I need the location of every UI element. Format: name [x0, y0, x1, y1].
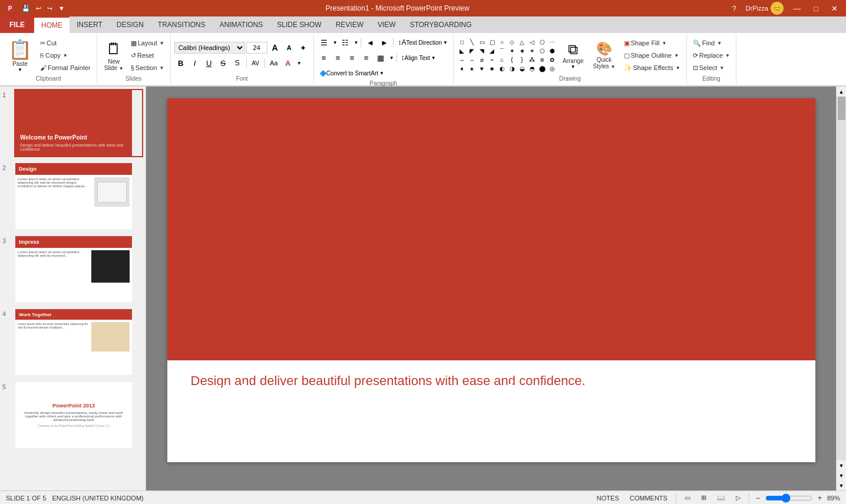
tab-storyboarding[interactable]: STORYBOARDING	[403, 16, 479, 33]
scroll-thumb[interactable]	[838, 97, 845, 120]
view-normal-btn[interactable]: ▭	[681, 494, 694, 502]
shape-s8[interactable]: ⁂	[527, 56, 537, 64]
shape-s2[interactable]: ⌢	[467, 56, 477, 64]
redo-btn[interactable]: ↪	[45, 4, 54, 14]
shape-s4[interactable]: ⌁	[487, 56, 497, 64]
char-spacing-btn[interactable]: AV	[249, 57, 262, 69]
shape-arr1[interactable]: ◣	[457, 47, 467, 55]
shape-rect2[interactable]: ▭	[477, 38, 487, 47]
scroll-down-btn-1[interactable]: ▼	[837, 460, 847, 470]
shape-t6[interactable]: ◑	[507, 65, 517, 73]
align-right-btn[interactable]: ≡	[346, 52, 359, 64]
clear-formatting-btn[interactable]: ✦	[297, 42, 310, 54]
shape-curve[interactable]: ⌒	[497, 47, 507, 55]
arrange-button[interactable]: ⧉ Arrange ▼	[559, 35, 587, 75]
columns-btn[interactable]: ▦	[374, 52, 387, 64]
shape-t4[interactable]: ♣	[487, 65, 497, 73]
cut-button[interactable]: ✂ Cut	[38, 37, 93, 49]
format-painter-button[interactable]: 🖌 Format Painter	[38, 62, 93, 74]
shape-diamond[interactable]: ◇	[507, 38, 517, 47]
justify-btn[interactable]: ≡	[360, 52, 373, 64]
shape-flow1[interactable]: ⬡	[537, 47, 547, 55]
font-size-input[interactable]	[246, 42, 267, 54]
tab-transitions[interactable]: TRANSITIONS	[151, 16, 213, 33]
shape-t1[interactable]: ♦	[457, 65, 467, 73]
reset-button[interactable]: ↺ Reset	[128, 49, 167, 61]
select-button[interactable]: ⊡ Select ▼	[690, 62, 732, 74]
comments-btn[interactable]: COMMENTS	[626, 495, 671, 502]
tab-review[interactable]: REVIEW	[329, 16, 371, 33]
text-shadow-btn[interactable]: S	[231, 57, 244, 69]
notes-btn[interactable]: NOTES	[593, 495, 623, 502]
slide-main-title[interactable]: Welcome to PowerPoint	[191, 377, 543, 415]
numbered-btn[interactable]: ☷	[339, 37, 352, 48]
align-center-btn[interactable]: ≡	[332, 52, 345, 64]
user-avatar[interactable]: 😊	[771, 2, 784, 15]
tab-design[interactable]: DESIGN	[110, 16, 151, 33]
close-btn[interactable]: ✕	[828, 3, 841, 14]
canvas-area[interactable]: Welcome to PowerPoint Design and deliver…	[146, 87, 836, 490]
font-name-select[interactable]: Calibri (Headings)	[174, 42, 245, 54]
shape-s3[interactable]: ⌀	[477, 56, 487, 64]
decrease-indent-btn[interactable]: ◄	[363, 37, 376, 48]
shape-t3[interactable]: ♥	[477, 65, 487, 73]
convert-smartart-btn[interactable]: 🔷 Convert to SmartArt ▼	[318, 67, 386, 79]
shape-s6[interactable]: {	[507, 56, 517, 64]
new-slide-button[interactable]: 🗒 New Slide ▼	[101, 35, 127, 75]
shape-arr2[interactable]: ◤	[467, 47, 477, 55]
italic-btn[interactable]: I	[189, 57, 201, 69]
shape-t10[interactable]: ◎	[547, 65, 557, 73]
copy-button[interactable]: ⎘ Copy ▼	[38, 49, 93, 61]
view-slide-sorter-btn[interactable]: ⊞	[698, 494, 710, 502]
slide-thumb-2[interactable]: Design Lorem ipsum dolor sit amet consec…	[14, 162, 143, 230]
increase-indent-btn[interactable]: ►	[378, 37, 391, 48]
shape-s7[interactable]: }	[517, 56, 527, 64]
slide-thumb-4[interactable]: Work Together Lorem ipsum dolor sit amet…	[14, 308, 143, 376]
shape-pentagon[interactable]: ⬠	[537, 38, 547, 47]
shape-fill-button[interactable]: ▣ Shape Fill ▼	[622, 37, 683, 49]
align-left-btn[interactable]: ≡	[318, 52, 331, 64]
shapes-more[interactable]: ⋯	[547, 38, 557, 47]
shape-star4[interactable]: ✦	[507, 47, 517, 55]
bullets-btn[interactable]: ☰	[318, 37, 331, 48]
tab-home[interactable]: HOME	[34, 16, 70, 33]
tab-view[interactable]: VIEW	[371, 16, 403, 33]
increase-font-size-btn[interactable]: A	[269, 42, 282, 54]
zoom-in-btn[interactable]: +	[816, 494, 824, 502]
tab-insert[interactable]: INSERT	[70, 16, 110, 33]
shape-arr4[interactable]: ◢	[487, 47, 497, 55]
zoom-out-btn[interactable]: −	[754, 494, 762, 502]
slide-thumb-5[interactable]: PowerPoint 2013 Intuitively design beaut…	[14, 381, 143, 449]
font-color-btn[interactable]: A	[282, 57, 295, 69]
slide-item-3[interactable]: 3 Impress Lorem ipsum dolor sit amet con…	[2, 235, 143, 303]
bold-btn[interactable]: B	[174, 57, 187, 69]
shape-flow2[interactable]: ⬢	[547, 47, 557, 55]
tab-file[interactable]: FILE	[0, 16, 34, 33]
shape-t9[interactable]: ⬤	[537, 65, 547, 73]
shape-s9[interactable]: ※	[537, 56, 547, 64]
minimize-btn[interactable]: —	[789, 3, 804, 14]
customize-quick-access-btn[interactable]: ▼	[57, 4, 67, 13]
section-button[interactable]: § Section ▼	[128, 62, 167, 74]
shape-effects-button[interactable]: ✨ Shape Effects ▼	[622, 62, 683, 74]
shape-round-rect[interactable]: ▢	[487, 38, 497, 47]
maximize-btn[interactable]: □	[810, 3, 822, 14]
view-slideshow-btn[interactable]: ▷	[732, 494, 744, 502]
strikethrough-btn[interactable]: S	[217, 57, 230, 69]
tab-animations[interactable]: ANIMATIONS	[212, 16, 270, 33]
shape-triangle[interactable]: △	[517, 38, 527, 47]
shape-s10[interactable]: ✿	[547, 56, 557, 64]
text-direction-btn[interactable]: ↕A Text Direction ▼	[396, 37, 450, 48]
find-button[interactable]: 🔍 Find ▼	[690, 37, 732, 49]
quick-styles-button[interactable]: 🎨 Quick Styles ▼	[590, 35, 619, 75]
slide-item-5[interactable]: 5 PowerPoint 2013 Intuitively design bea…	[2, 381, 143, 449]
zoom-slider[interactable]	[765, 493, 812, 503]
change-case-btn[interactable]: Aa	[267, 57, 280, 69]
shape-line[interactable]: ╲	[467, 38, 477, 47]
shape-star6[interactable]: ✶	[527, 47, 537, 55]
undo-btn[interactable]: ↩	[34, 4, 43, 14]
slide-item-1[interactable]: 1 Welcome to PowerPoint Design and deliv…	[2, 89, 143, 157]
scroll-down-btn-3[interactable]: ▼	[837, 480, 847, 490]
slide-item-4[interactable]: 4 Work Together Lorem ipsum dolor sit am…	[2, 308, 143, 376]
replace-button[interactable]: ⟳ Replace ▼	[690, 49, 732, 61]
